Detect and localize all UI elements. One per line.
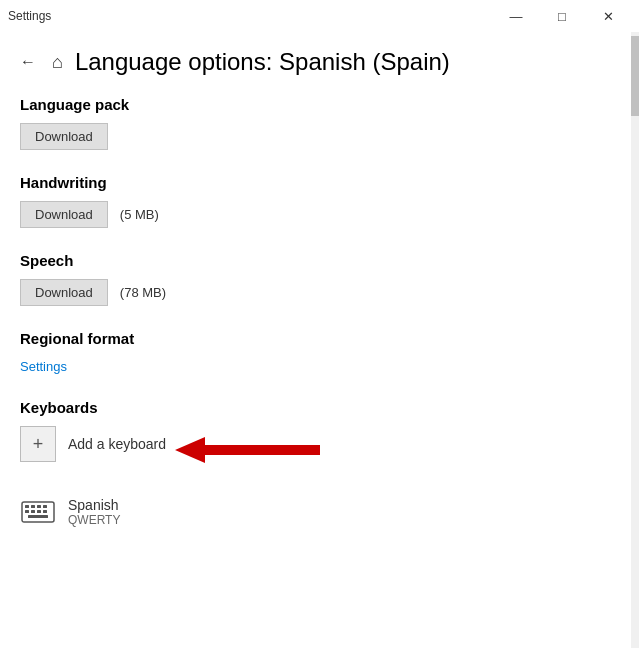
handwriting-file-size: (5 MB): [120, 207, 159, 222]
close-button[interactable]: ✕: [585, 0, 631, 32]
handwriting-download-row: Download (5 MB): [20, 201, 615, 228]
speech-section: Speech Download (78 MB): [20, 252, 615, 306]
page-title: Language options: Spanish (Spain): [75, 48, 450, 76]
add-keyboard-label: Add a keyboard: [68, 436, 166, 452]
main-content: ← ⌂ Language options: Spanish (Spain) La…: [0, 32, 639, 648]
maximize-button[interactable]: □: [539, 0, 585, 32]
keyboard-symbol-icon: [20, 494, 56, 530]
speech-download-button[interactable]: Download: [20, 279, 108, 306]
handwriting-section: Handwriting Download (5 MB): [20, 174, 615, 228]
keyboard-name: Spanish: [68, 497, 120, 513]
svg-rect-4: [31, 505, 35, 508]
add-keyboard-button[interactable]: +: [20, 426, 56, 462]
svg-marker-1: [175, 437, 205, 463]
keyboard-type: QWERTY: [68, 513, 120, 527]
red-arrow-icon: [175, 432, 320, 468]
home-icon: ⌂: [52, 52, 63, 73]
svg-rect-3: [25, 505, 29, 508]
language-pack-download-button[interactable]: Download: [20, 123, 108, 150]
svg-rect-0: [205, 445, 320, 455]
svg-rect-10: [43, 510, 47, 513]
svg-rect-6: [43, 505, 47, 508]
title-bar: Settings — □ ✕: [0, 0, 639, 32]
scrollbar[interactable]: [631, 32, 639, 648]
regional-format-section: Regional format Settings: [20, 330, 615, 375]
minimize-button[interactable]: —: [493, 0, 539, 32]
add-keyboard-row: + Add a keyboard: [20, 426, 166, 462]
svg-rect-8: [31, 510, 35, 513]
handwriting-download-button[interactable]: Download: [20, 201, 108, 228]
keyboard-info: Spanish QWERTY: [68, 497, 120, 527]
svg-rect-7: [25, 510, 29, 513]
scrollbar-thumb[interactable]: [631, 36, 639, 116]
handwriting-title: Handwriting: [20, 174, 615, 191]
title-bar-left: Settings: [8, 9, 51, 23]
keyboard-icon: [20, 494, 56, 530]
window-title: Settings: [8, 9, 51, 23]
keyboards-section: Keyboards + Add a keyboard: [20, 399, 615, 530]
speech-title: Speech: [20, 252, 615, 269]
keyboards-title: Keyboards: [20, 399, 615, 416]
settings-window: Settings — □ ✕ ← ⌂ Language options: Spa…: [0, 0, 639, 648]
language-pack-download-row: Download: [20, 123, 615, 150]
language-pack-section: Language pack Download: [20, 96, 615, 150]
regional-format-title: Regional format: [20, 330, 615, 347]
keyboard-item-spanish: Spanish QWERTY: [20, 494, 615, 530]
back-button[interactable]: ←: [16, 49, 40, 75]
arrow-indicator: [175, 432, 320, 472]
svg-rect-9: [37, 510, 41, 513]
title-bar-controls: — □ ✕: [493, 0, 631, 32]
svg-rect-5: [37, 505, 41, 508]
regional-format-settings-link[interactable]: Settings: [20, 359, 67, 374]
language-pack-title: Language pack: [20, 96, 615, 113]
content-area: ← ⌂ Language options: Spanish (Spain) La…: [0, 32, 639, 648]
page-header: ← ⌂ Language options: Spanish (Spain): [16, 32, 615, 96]
plus-icon: +: [33, 434, 44, 455]
back-icon: ←: [20, 53, 36, 71]
speech-file-size: (78 MB): [120, 285, 166, 300]
svg-rect-11: [28, 515, 48, 518]
speech-download-row: Download (78 MB): [20, 279, 615, 306]
